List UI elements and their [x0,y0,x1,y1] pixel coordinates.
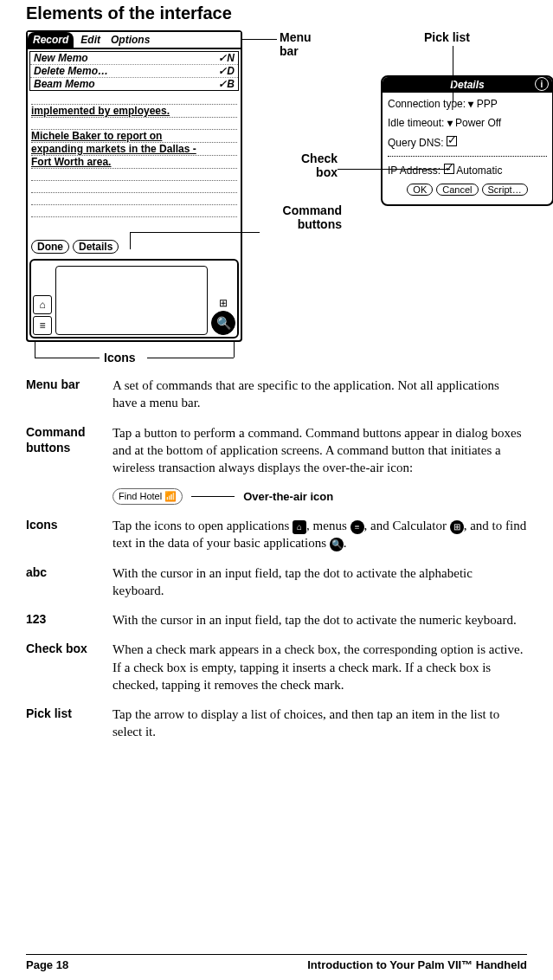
book-title: Introduction to Your Palm VII™ Handheld [307,958,527,971]
find-hotel-button[interactable]: Find Hotel 📶 [113,488,183,505]
menu-icon[interactable]: ≡ [33,316,52,335]
palm-device-mock: Record Edit Options New Memo✓N Delete Me… [26,30,242,342]
term-pick-list: Pick list [26,706,113,741]
record-menu-dropdown: New Memo✓N Delete Memo…✓D Beam Memo✓B [29,51,239,91]
menu-item-beam-memo[interactable]: Beam Memo [34,78,95,90]
script-button[interactable]: Script… [482,184,528,196]
term-check-box: Check box [26,641,113,693]
pick-list-arrow[interactable]: ▾ [447,117,453,129]
callout-icons: Icons [104,351,136,364]
callout-check-box: Check box [286,152,338,179]
graffiti-area[interactable] [55,266,208,335]
definitions-table: Menu bar A set of commands that are spec… [26,377,527,741]
menu-item-new-memo[interactable]: New Memo [34,52,88,64]
page-footer: Page 18 Introduction to Your Palm VII™ H… [26,954,527,971]
done-button[interactable]: Done [31,240,69,254]
term-abc: abc [26,564,113,600]
over-the-air-icon: 📶 [164,490,177,503]
cancel-button[interactable]: Cancel [436,184,478,196]
page-number: Page 18 [26,958,68,971]
query-dns-checkbox[interactable] [447,136,457,146]
find-icon[interactable]: 🔍 [211,311,235,335]
interface-diagram: Record Edit Options New Memo✓N Delete Me… [26,30,527,377]
menu-bar: Record Edit Options [28,32,241,49]
memo-text-area: implemented by employees. Michele Baker … [28,93,241,217]
menu-item-delete-memo[interactable]: Delete Memo… [34,65,108,77]
callout-over-the-air-icon: Over-the-air icon [243,489,333,505]
info-icon[interactable]: i [535,77,549,91]
pick-list-arrow[interactable]: ▾ [468,98,473,110]
pick-list-connection[interactable]: PPP [477,98,498,110]
pick-list-idle[interactable]: Power Off [455,117,501,129]
calculator-inline-icon: ⊞ [450,520,464,534]
callout-command-buttons: Command buttons [264,203,342,231]
applications-icon: ⌂ [293,520,306,534]
over-the-air-example: Find Hotel 📶 Over-the-air icon [113,488,527,505]
details-dialog: Details i Connection type: ▾ PPP Idle ti… [381,75,553,206]
find-inline-icon: 🔍 [330,538,344,551]
term-menu-bar: Menu bar [26,377,113,412]
menu-options[interactable]: Options [106,32,155,48]
ok-button[interactable]: OK [407,184,433,196]
menus-icon: ≡ [350,520,364,534]
details-titlebar: Details i [383,77,552,93]
calculator-icon[interactable]: ⊞ [219,297,228,309]
term-icons: Icons [26,517,113,552]
menu-edit[interactable]: Edit [75,32,106,48]
term-123: 123 [26,611,113,629]
term-command-buttons: Command buttons [26,424,113,477]
page-heading: Elements of the interface [26,3,527,23]
callout-menu-bar: Menu bar [280,30,331,58]
menu-record[interactable]: Record [28,32,74,48]
details-button[interactable]: Details [73,240,119,254]
callout-pick-list: Pick list [424,30,470,44]
home-icon[interactable]: ⌂ [33,295,52,314]
silkscreen-icons: ⌂ ≡ ⊞ 🔍 [29,259,239,338]
